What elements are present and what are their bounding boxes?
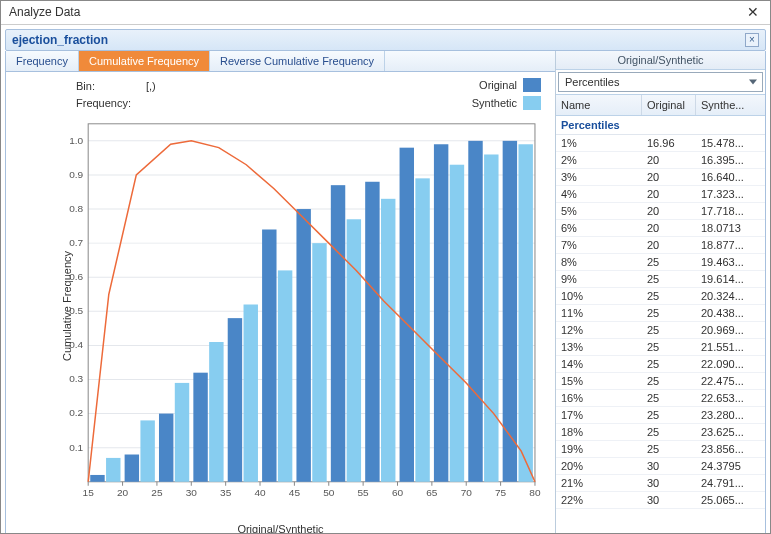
svg-text:0.3: 0.3: [69, 374, 83, 385]
section-header: ejection_fraction ×: [5, 29, 766, 51]
table-row[interactable]: 15%2522.475...: [556, 373, 765, 390]
cell-name: 17%: [556, 407, 642, 423]
table-row[interactable]: 16%2522.653...: [556, 390, 765, 407]
cell-name: 8%: [556, 254, 642, 270]
section-close-icon[interactable]: ×: [745, 33, 759, 47]
svg-rect-66: [244, 304, 258, 481]
chart-area: Bin:[,) Frequency: Original Synthetic Cu…: [6, 72, 555, 534]
table-row[interactable]: 18%2523.625...: [556, 424, 765, 441]
svg-text:1.0: 1.0: [69, 135, 83, 146]
cell-original: 25: [642, 407, 696, 423]
cell-original: 25: [642, 373, 696, 389]
bin-label: Bin:: [76, 78, 146, 95]
table-row[interactable]: 12%2520.969...: [556, 322, 765, 339]
table-row[interactable]: 13%2521.551...: [556, 339, 765, 356]
table-row[interactable]: 5%2017.718...: [556, 203, 765, 220]
cell-name: 18%: [556, 424, 642, 440]
table-row[interactable]: 9%2519.614...: [556, 271, 765, 288]
table-row[interactable]: 22%3025.065...: [556, 492, 765, 509]
table-row[interactable]: 17%2523.280...: [556, 407, 765, 424]
svg-text:80: 80: [529, 487, 541, 498]
legend: Original Synthetic: [472, 78, 541, 114]
svg-text:0.4: 0.4: [69, 339, 83, 350]
col-header-synthetic[interactable]: Synthe...: [696, 95, 765, 115]
table-row[interactable]: 1%16.9615.478...: [556, 135, 765, 152]
svg-text:65: 65: [426, 487, 438, 498]
grid-body[interactable]: Percentiles 1%16.9615.478...2%2016.395..…: [556, 116, 765, 534]
table-row[interactable]: 21%3024.791...: [556, 475, 765, 492]
svg-rect-60: [468, 141, 482, 482]
tabs: Frequency Cumulative Frequency Reverse C…: [6, 51, 555, 72]
cell-original: 25: [642, 356, 696, 372]
tab-reverse-cumulative-frequency[interactable]: Reverse Cumulative Frequency: [210, 51, 385, 71]
close-icon[interactable]: ✕: [744, 4, 762, 20]
svg-text:0.8: 0.8: [69, 203, 83, 214]
table-row[interactable]: 3%2016.640...: [556, 169, 765, 186]
svg-rect-51: [159, 414, 173, 482]
table-row[interactable]: 8%2519.463...: [556, 254, 765, 271]
svg-text:75: 75: [495, 487, 507, 498]
svg-rect-50: [125, 455, 139, 482]
cell-original: 20: [642, 152, 696, 168]
svg-rect-62: [106, 458, 120, 482]
table-row[interactable]: 10%2520.324...: [556, 288, 765, 305]
cell-name: 6%: [556, 220, 642, 236]
svg-text:60: 60: [392, 487, 404, 498]
cell-name: 9%: [556, 271, 642, 287]
tab-cumulative-frequency[interactable]: Cumulative Frequency: [79, 51, 210, 71]
cell-original: 25: [642, 288, 696, 304]
cell-name: 14%: [556, 356, 642, 372]
svg-rect-57: [365, 182, 379, 482]
table-row[interactable]: 2%2016.395...: [556, 152, 765, 169]
group-row-percentiles: Percentiles: [556, 116, 765, 135]
cell-name: 10%: [556, 288, 642, 304]
table-row[interactable]: 11%2520.438...: [556, 305, 765, 322]
cell-synthetic: 19.463...: [696, 254, 765, 270]
table-row[interactable]: 4%2017.323...: [556, 186, 765, 203]
cell-synthetic: 24.3795: [696, 458, 765, 474]
tab-frequency[interactable]: Frequency: [6, 51, 79, 71]
cell-original: 25: [642, 339, 696, 355]
percentiles-selector[interactable]: Percentiles: [558, 72, 763, 92]
cell-name: 11%: [556, 305, 642, 321]
svg-rect-64: [175, 383, 189, 482]
right-pane: Original/Synthetic Percentiles Name Orig…: [556, 51, 765, 534]
cell-original: 25: [642, 271, 696, 287]
svg-rect-53: [228, 318, 242, 482]
cell-name: 4%: [556, 186, 642, 202]
cell-original: 25: [642, 322, 696, 338]
table-row[interactable]: 7%2018.877...: [556, 237, 765, 254]
svg-rect-58: [400, 148, 414, 482]
grid-header: Name Original Synthe...: [556, 94, 765, 116]
cell-name: 19%: [556, 441, 642, 457]
table-row[interactable]: 14%2522.090...: [556, 356, 765, 373]
svg-rect-49: [90, 475, 104, 482]
col-header-name[interactable]: Name: [556, 95, 642, 115]
cell-synthetic: 25.065...: [696, 492, 765, 508]
cell-name: 20%: [556, 458, 642, 474]
cell-synthetic: 24.791...: [696, 475, 765, 491]
svg-text:0.1: 0.1: [69, 442, 83, 453]
cell-name: 7%: [556, 237, 642, 253]
window-title: Analyze Data: [9, 5, 80, 19]
svg-rect-54: [262, 229, 276, 481]
table-row[interactable]: 6%2018.0713: [556, 220, 765, 237]
svg-text:15: 15: [83, 487, 95, 498]
plot[interactable]: 0.10.20.30.40.50.60.70.80.91.01520253035…: [58, 118, 541, 505]
cell-name: 13%: [556, 339, 642, 355]
cell-name: 12%: [556, 322, 642, 338]
cell-original: 30: [642, 458, 696, 474]
x-axis-label: Original/Synthetic: [237, 523, 323, 534]
cell-original: 20: [642, 186, 696, 202]
svg-text:0.9: 0.9: [69, 169, 83, 180]
bin-value: [,): [146, 78, 216, 95]
cell-name: 2%: [556, 152, 642, 168]
table-row[interactable]: 20%3024.3795: [556, 458, 765, 475]
table-row[interactable]: 19%2523.856...: [556, 441, 765, 458]
svg-rect-67: [278, 270, 292, 481]
cell-name: 1%: [556, 135, 642, 151]
svg-rect-70: [381, 199, 395, 482]
col-header-original[interactable]: Original: [642, 95, 696, 115]
cell-original: 25: [642, 305, 696, 321]
freq-label: Frequency:: [76, 95, 146, 112]
